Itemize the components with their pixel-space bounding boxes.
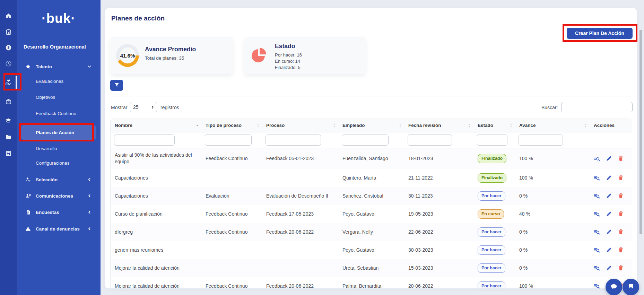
status-badge: Por hacer: [478, 263, 505, 273]
edit-pencil-icon[interactable]: [606, 265, 612, 271]
edit-pencil-icon[interactable]: [606, 193, 612, 199]
status-line-en-curso: En curso: 14: [275, 58, 302, 64]
history-clock-icon[interactable]: [0, 57, 17, 70]
sidebar-item-evaluaciones[interactable]: Evaluaciones: [21, 75, 96, 87]
cell-fecha-revision: 19-05-2023: [404, 205, 473, 223]
cell-empleado: Sanchez, Cristobal: [338, 187, 404, 205]
filter-cell: [515, 132, 590, 148]
delete-trash-icon[interactable]: [617, 211, 624, 217]
delete-trash-icon[interactable]: [617, 229, 624, 235]
cell-nombre: Asistir al 90% de las actividades del eq…: [111, 148, 201, 169]
view-details-icon[interactable]: [594, 247, 600, 253]
buk-logo[interactable]: ·buk·: [17, 11, 101, 26]
cell-avance: 100 %: [515, 148, 590, 169]
cell-nombre: Mejorar la calidad de atención: [111, 259, 201, 277]
vertical-scrollbar[interactable]: [639, 30, 642, 234]
clipboard-schedule-icon[interactable]: [0, 25, 17, 38]
cell-avance: 0 %: [515, 223, 590, 241]
column-filter-input-fecha-revisión[interactable]: [408, 135, 452, 146]
warning-triangle-icon: [25, 226, 31, 232]
table-row: Mejorar la calidad de atenciónUreta, Seb…: [111, 259, 632, 277]
marketplace-store-icon[interactable]: [0, 147, 17, 160]
page-size-select[interactable]: 25 ▲▼: [130, 102, 157, 112]
chevron-left-icon: [87, 210, 92, 214]
filter-button[interactable]: [110, 80, 123, 91]
documents-folder-icon[interactable]: [0, 130, 17, 144]
column-filter-input-estado[interactable]: [477, 135, 507, 146]
view-details-icon[interactable]: [594, 265, 600, 271]
chat-bubble-icon: [610, 283, 618, 292]
sidebar-item-configuraciones[interactable]: Configuraciones: [21, 157, 96, 169]
view-details-icon[interactable]: [594, 229, 600, 235]
filter-cell: [404, 132, 473, 148]
column-filter-input-tipo-de-proceso[interactable]: [205, 135, 252, 146]
edit-pencil-icon[interactable]: [606, 247, 612, 253]
view-details-icon[interactable]: [594, 283, 600, 289]
status-badge: Por hacer: [478, 191, 505, 201]
column-header[interactable]: Nombre▲: [111, 119, 201, 132]
talent-hand-heart-icon[interactable]: [0, 76, 17, 89]
create-action-plan-button[interactable]: Crear Plan De Acción: [567, 28, 633, 39]
cell-estado: En curso: [473, 205, 515, 223]
sidebar-item-desarrollo[interactable]: Desarrollo: [21, 142, 96, 155]
cell-tipo-de-proceso: Feedback Continuo: [201, 205, 262, 223]
sidebar-group-canal-denuncias[interactable]: Canal de denuncias: [21, 223, 96, 235]
graduation-cap-icon[interactable]: [0, 114, 17, 127]
cell-proceso: [262, 169, 338, 187]
sidebar-group-talento[interactable]: Talento: [21, 60, 96, 73]
column-header[interactable]: Empleado▲▼: [338, 119, 404, 132]
sidebar-group-encuestas[interactable]: Encuestas: [21, 206, 96, 218]
sidebar-item-planes-de-accion[interactable]: Planes de Acción: [21, 125, 96, 140]
buk-app: { "colors": { "primary": "#2E50B5", "rai…: [0, 0, 644, 295]
column-header[interactable]: Avance▲▼: [515, 119, 590, 132]
search-input[interactable]: [561, 102, 633, 112]
edit-pencil-icon[interactable]: [606, 175, 612, 181]
announcement-person-icon: [25, 193, 31, 199]
cell-acciones: [590, 148, 632, 169]
sidebar-item-objetivos[interactable]: Objetivos: [21, 91, 96, 103]
delete-trash-icon[interactable]: [617, 155, 624, 162]
payments-icon[interactable]: $: [0, 41, 17, 54]
cell-tipo-de-proceso: Feedback Continuo: [201, 148, 262, 169]
cell-nombre: Capacitaciones: [111, 187, 201, 205]
status-badge: Por hacer: [478, 245, 505, 255]
status-badge: Finalizado: [478, 154, 506, 163]
table-row: CapacitacionesQuintero, María21-11-2022F…: [111, 169, 632, 187]
delete-trash-icon[interactable]: [617, 265, 624, 271]
chevron-left-icon: [87, 227, 92, 231]
status-line-por-hacer: Por hacer: 16: [275, 52, 302, 58]
column-header[interactable]: Fecha revisión▲▼: [404, 119, 473, 132]
sidebar-group-comunicaciones[interactable]: Comunicaciones: [21, 190, 96, 202]
chevron-down-icon: [87, 64, 92, 69]
card-title: Estado: [275, 43, 302, 50]
sidebar-item-feedback-continuo[interactable]: Feedback Continuo: [21, 107, 96, 120]
delete-trash-icon[interactable]: [617, 247, 624, 253]
filter-cell: [590, 132, 632, 148]
cell-fecha-revision: 20-06-2022: [404, 277, 473, 288]
delete-trash-icon[interactable]: [617, 193, 624, 199]
benefits-box-icon[interactable]: [0, 95, 17, 108]
view-details-icon[interactable]: [594, 155, 600, 162]
guide-fab-button[interactable]: [623, 279, 639, 295]
view-details-icon[interactable]: [594, 211, 600, 217]
edit-pencil-icon[interactable]: [606, 155, 612, 162]
column-header: Acciones: [590, 119, 632, 132]
home-icon[interactable]: [0, 9, 17, 22]
status-badge: Por hacer: [478, 227, 505, 237]
column-filter-input-proceso[interactable]: [266, 135, 321, 146]
delete-trash-icon[interactable]: [617, 175, 624, 181]
sidebar-group-seleccion[interactable]: Selección: [21, 173, 96, 186]
cell-empleado: Quintero, María: [338, 169, 404, 187]
view-details-icon[interactable]: [594, 193, 600, 199]
column-header[interactable]: Tipo de proceso▲▼: [201, 119, 262, 132]
edit-pencil-icon[interactable]: [606, 211, 612, 217]
cell-avance: 0 %: [515, 259, 590, 277]
column-filter-input-empleado[interactable]: [342, 135, 389, 146]
column-filter-input-avance[interactable]: [519, 135, 563, 146]
column-filter-input-nombre[interactable]: [114, 135, 175, 146]
column-header[interactable]: Proceso▲▼: [262, 119, 338, 132]
column-header[interactable]: Estado▲▼: [473, 119, 515, 132]
chat-fab-button[interactable]: [606, 279, 622, 295]
edit-pencil-icon[interactable]: [606, 229, 612, 235]
view-details-icon[interactable]: [594, 175, 600, 181]
